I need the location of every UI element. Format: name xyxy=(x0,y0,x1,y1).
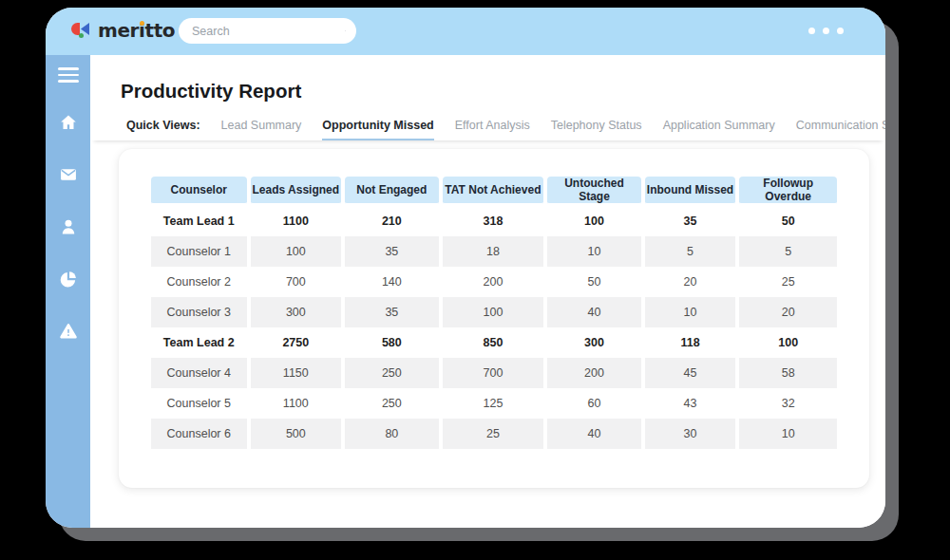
pie-chart-icon[interactable] xyxy=(59,270,78,289)
cell: 35 xyxy=(345,297,438,327)
cell: 100 xyxy=(547,206,640,236)
cell: 100 xyxy=(739,327,837,358)
cell: 20 xyxy=(645,267,736,297)
cell: 58 xyxy=(739,358,837,388)
table-row-counselor-6: Counselor 6 500 80 25 40 30 10 xyxy=(151,419,837,449)
cell: 35 xyxy=(645,206,736,236)
cell: 200 xyxy=(547,358,640,388)
search-icon xyxy=(345,24,346,38)
cell: 45 xyxy=(645,358,736,388)
cell: 5 xyxy=(739,236,837,267)
cell: 318 xyxy=(443,206,544,236)
table-row-team-lead-2: Team Lead 2 2750 580 850 300 118 100 xyxy=(151,327,837,358)
tab-application-summary[interactable]: Application Summary xyxy=(663,119,775,140)
contacts-icon[interactable] xyxy=(59,217,78,236)
cell: 30 xyxy=(645,419,736,449)
column-header-counselor: Counselor xyxy=(151,177,247,206)
cell: 300 xyxy=(547,327,640,358)
alert-warning-icon[interactable] xyxy=(59,322,78,341)
column-header-not-engaged: Not Engaged xyxy=(345,177,438,206)
cell: 10 xyxy=(645,297,736,327)
tab-opportunity-missed[interactable]: Opportunity Missed xyxy=(322,119,433,140)
cell: 850 xyxy=(443,327,544,358)
cell: 35 xyxy=(345,236,438,267)
cell: 1100 xyxy=(251,388,342,419)
cell: 32 xyxy=(739,388,837,419)
cell: Team Lead 1 xyxy=(151,206,247,236)
table-header-row: Counselor Leads Assigned Not Engaged TAT… xyxy=(151,177,837,206)
cell: 18 xyxy=(443,236,544,267)
cell: 140 xyxy=(345,267,438,297)
cell: 300 xyxy=(251,297,342,327)
table-row-counselor-2: Counselor 2 700 140 200 50 20 25 xyxy=(151,267,837,297)
cell: 200 xyxy=(443,267,544,297)
quick-views-label: Quick Views: xyxy=(126,119,200,140)
report-card: Counselor Leads Assigned Not Engaged TAT… xyxy=(119,149,869,488)
column-header-leads-assigned: Leads Assigned xyxy=(251,177,342,206)
cell: 20 xyxy=(739,297,837,327)
ellipsis-menu-icon[interactable] xyxy=(808,28,844,34)
cell: Counselor 3 xyxy=(151,297,247,327)
main-content: Productivity Report Quick Views: Lead Su… xyxy=(90,55,885,528)
cell: 100 xyxy=(251,236,342,267)
app-header: meritto xyxy=(46,8,885,55)
cell: 1150 xyxy=(251,358,342,388)
cell: 100 xyxy=(443,297,544,327)
column-header-followup-overdue: Followup Overdue xyxy=(739,177,837,206)
page-title: Productivity Report xyxy=(121,80,885,103)
cell: 210 xyxy=(345,206,438,236)
cell: Counselor 5 xyxy=(151,388,247,419)
cell: 43 xyxy=(645,388,736,419)
cell: 80 xyxy=(345,419,438,449)
cell: 1100 xyxy=(251,206,342,236)
cell: 50 xyxy=(739,206,837,236)
productivity-table: Counselor Leads Assigned Not Engaged TAT… xyxy=(147,177,841,449)
table-row-counselor-4: Counselor 4 1150 250 700 200 45 58 xyxy=(151,358,837,388)
cell: Counselor 4 xyxy=(151,358,247,388)
cell: 500 xyxy=(251,419,342,449)
cell: 10 xyxy=(739,419,837,449)
cell: 700 xyxy=(443,358,544,388)
hamburger-menu-icon[interactable] xyxy=(55,65,82,85)
cell: Counselor 2 xyxy=(151,267,247,297)
cell: Counselor 1 xyxy=(151,236,247,267)
cell: 25 xyxy=(739,267,837,297)
cell: 2750 xyxy=(251,327,342,358)
app-window: meritto xyxy=(46,8,885,528)
brand-logo-icon xyxy=(71,21,92,40)
tab-effort-analysis[interactable]: Effort Analysis xyxy=(455,119,530,140)
sidebar xyxy=(46,55,90,528)
cell: 10 xyxy=(547,236,640,267)
home-icon[interactable] xyxy=(59,113,78,132)
tab-telephony-status[interactable]: Telephony Status xyxy=(551,119,642,140)
brand-logo-text: meritto xyxy=(98,19,175,42)
cell: 50 xyxy=(547,267,640,297)
tab-communication-status[interactable]: Communication Status xyxy=(796,119,885,140)
cell: 40 xyxy=(547,419,640,449)
cell: 125 xyxy=(443,388,544,419)
table-row-counselor-1: Counselor 1 100 35 18 10 5 5 xyxy=(151,236,837,267)
cell: Counselor 6 xyxy=(151,419,247,449)
cell: 40 xyxy=(547,297,640,327)
cell: 700 xyxy=(251,267,342,297)
cell: 580 xyxy=(345,327,438,358)
cell: Team Lead 2 xyxy=(151,327,247,358)
tab-lead-summary[interactable]: Lead Summary xyxy=(221,119,302,140)
column-header-untouched-stage: Untouched Stage xyxy=(547,177,640,206)
mail-icon[interactable] xyxy=(59,165,78,184)
search-input[interactable] xyxy=(192,25,345,38)
column-header-inbound-missed: Inbound Missed xyxy=(645,177,736,206)
search-bar[interactable] xyxy=(179,18,356,44)
table-row-team-lead-1: Team Lead 1 1100 210 318 100 35 50 xyxy=(151,206,837,236)
cell: 118 xyxy=(645,327,736,358)
brand-logo[interactable]: meritto xyxy=(71,19,175,42)
cell: 60 xyxy=(547,388,640,419)
cell: 250 xyxy=(345,358,438,388)
quick-views-tabs: Quick Views: Lead Summary Opportunity Mi… xyxy=(90,103,885,140)
cell: 25 xyxy=(443,419,544,449)
cell: 250 xyxy=(345,388,438,419)
table-row-counselor-3: Counselor 3 300 35 100 40 10 20 xyxy=(151,297,837,327)
cell: 5 xyxy=(645,236,736,267)
table-row-counselor-5: Counselor 5 1100 250 125 60 43 32 xyxy=(151,388,837,419)
column-header-tat-not-achieved: TAT Not Achieved xyxy=(443,177,544,206)
